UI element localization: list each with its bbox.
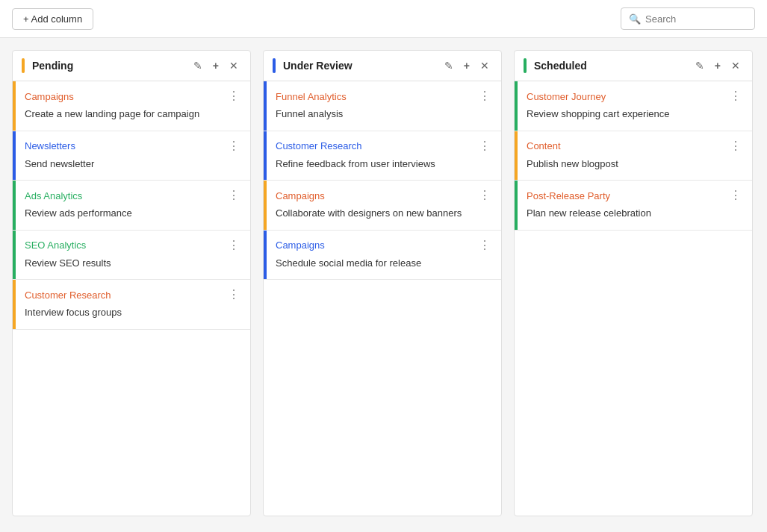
edit-column-button-scheduled[interactable]: ✎ xyxy=(692,59,707,72)
card-body-s2: Publish new blogpost xyxy=(527,157,743,172)
card-menu-button-s1[interactable]: ⋮ xyxy=(728,90,743,102)
column-title-scheduled: Scheduled xyxy=(534,60,688,72)
close-column-button-scheduled[interactable]: ✕ xyxy=(728,59,743,72)
card-header-ur4: Campaigns⋮ xyxy=(276,240,492,251)
card-header-c5: Customer Research⋮ xyxy=(25,289,241,301)
add-card-button-scheduled[interactable]: + xyxy=(712,59,724,72)
card-menu-button-ur3[interactable]: ⋮ xyxy=(477,190,492,201)
card-menu-button-c3[interactable]: ⋮ xyxy=(226,190,241,201)
card-tag-c3: Ads Analytics xyxy=(25,190,82,201)
card-tag-ur2: Customer Research xyxy=(276,140,362,151)
column-header-under-review: Under Review✎+✕ xyxy=(264,51,501,81)
card-body-ur3: Collaborate with designers on new banner… xyxy=(276,206,492,221)
add-card-button-under-review[interactable]: + xyxy=(461,59,473,72)
column-scheduled: Scheduled✎+✕Customer Journey⋮Review shop… xyxy=(514,50,753,516)
add-column-button[interactable]: + Add column xyxy=(12,8,93,30)
card-tag-ur4: Campaigns xyxy=(276,240,325,251)
card-menu-button-ur2[interactable]: ⋮ xyxy=(477,140,492,152)
card-tag-c2: Newsletters xyxy=(25,140,75,151)
column-header-pending: Pending✎+✕ xyxy=(13,51,250,81)
column-pending: Pending✎+✕Campaigns⋮Create a new landing… xyxy=(12,50,251,516)
card-tag-c4: SEO Analytics xyxy=(25,240,86,251)
card-header-s3: Post-Release Party⋮ xyxy=(527,190,743,201)
card-header-s2: Content⋮ xyxy=(527,140,743,152)
card-body-s1: Review shopping cart experience xyxy=(527,107,743,122)
add-card-button-pending[interactable]: + xyxy=(210,59,222,72)
column-accent-bar xyxy=(524,58,527,73)
card-c1: Campaigns⋮Create a new landing page for … xyxy=(13,81,250,131)
column-accent-bar xyxy=(273,58,276,73)
card-body-c2: Send newsletter xyxy=(25,157,241,172)
card-body-ur2: Refine feedback from user interviews xyxy=(276,157,492,172)
card-c3: Ads Analytics⋮Review ads performance xyxy=(13,181,250,231)
column-under-review: Under Review✎+✕Funnel Analytics⋮Funnel a… xyxy=(263,50,502,516)
card-header-ur3: Campaigns⋮ xyxy=(276,190,492,201)
column-accent-bar xyxy=(22,58,25,73)
board: Pending✎+✕Campaigns⋮Create a new landing… xyxy=(0,38,767,528)
card-menu-button-s3[interactable]: ⋮ xyxy=(728,190,743,201)
card-body-c1: Create a new landing page for campaign xyxy=(25,107,241,122)
close-column-button-under-review[interactable]: ✕ xyxy=(477,59,492,72)
edit-column-button-pending[interactable]: ✎ xyxy=(190,59,205,72)
card-tag-ur1: Funnel Analytics xyxy=(276,91,347,102)
card-body-ur1: Funnel analysis xyxy=(276,107,492,122)
card-header-ur1: Funnel Analytics⋮ xyxy=(276,90,492,102)
card-menu-button-c5[interactable]: ⋮ xyxy=(226,289,241,301)
card-menu-button-ur4[interactable]: ⋮ xyxy=(477,240,492,251)
card-menu-button-ur1[interactable]: ⋮ xyxy=(477,90,492,102)
card-s3: Post-Release Party⋮Plan new release cele… xyxy=(515,181,752,231)
card-body-c3: Review ads performance xyxy=(25,206,241,221)
card-header-c2: Newsletters⋮ xyxy=(25,140,241,152)
card-body-c4: Review SEO results xyxy=(25,256,241,271)
card-tag-c1: Campaigns xyxy=(25,91,74,102)
card-s1: Customer Journey⋮Review shopping cart ex… xyxy=(515,81,752,131)
cards-container-under-review: Funnel Analytics⋮Funnel analysisCustomer… xyxy=(264,81,501,516)
card-body-c5: Interview focus groups xyxy=(25,305,241,320)
card-menu-button-c1[interactable]: ⋮ xyxy=(226,90,241,102)
card-body-s3: Plan new release celebration xyxy=(527,206,743,221)
card-tag-s3: Post-Release Party xyxy=(527,190,610,201)
top-bar: + Add column xyxy=(0,0,767,38)
card-header-s1: Customer Journey⋮ xyxy=(527,90,743,102)
column-header-scheduled: Scheduled✎+✕ xyxy=(515,51,752,81)
card-tag-s1: Customer Journey xyxy=(527,91,606,102)
card-c2: Newsletters⋮Send newsletter xyxy=(13,131,250,181)
card-menu-button-c4[interactable]: ⋮ xyxy=(226,240,241,251)
card-header-c1: Campaigns⋮ xyxy=(25,90,241,102)
cards-container-scheduled: Customer Journey⋮Review shopping cart ex… xyxy=(515,81,752,516)
search-container xyxy=(621,7,755,30)
card-tag-c5: Customer Research xyxy=(25,290,111,301)
card-c5: Customer Research⋮Interview focus groups xyxy=(13,280,250,330)
card-ur4: Campaigns⋮Schedule social media for rele… xyxy=(264,231,501,281)
card-tag-s2: Content xyxy=(527,140,561,151)
card-c4: SEO Analytics⋮Review SEO results xyxy=(13,231,250,281)
card-ur3: Campaigns⋮Collaborate with designers on … xyxy=(264,181,501,231)
close-column-button-pending[interactable]: ✕ xyxy=(226,59,241,72)
card-header-ur2: Customer Research⋮ xyxy=(276,140,492,152)
card-s2: Content⋮Publish new blogpost xyxy=(515,131,752,181)
card-tag-ur3: Campaigns xyxy=(276,190,325,201)
column-title-under-review: Under Review xyxy=(283,60,437,72)
card-header-c3: Ads Analytics⋮ xyxy=(25,190,241,201)
card-body-ur4: Schedule social media for release xyxy=(276,256,492,271)
cards-container-pending: Campaigns⋮Create a new landing page for … xyxy=(13,81,250,516)
edit-column-button-under-review[interactable]: ✎ xyxy=(441,59,456,72)
card-header-c4: SEO Analytics⋮ xyxy=(25,240,241,251)
card-ur2: Customer Research⋮Refine feedback from u… xyxy=(264,131,501,181)
card-ur1: Funnel Analytics⋮Funnel analysis xyxy=(264,81,501,131)
search-icon xyxy=(629,12,641,25)
card-menu-button-s2[interactable]: ⋮ xyxy=(728,140,743,152)
column-title-pending: Pending xyxy=(32,60,186,72)
search-input[interactable] xyxy=(645,13,747,25)
card-menu-button-c2[interactable]: ⋮ xyxy=(226,140,241,152)
